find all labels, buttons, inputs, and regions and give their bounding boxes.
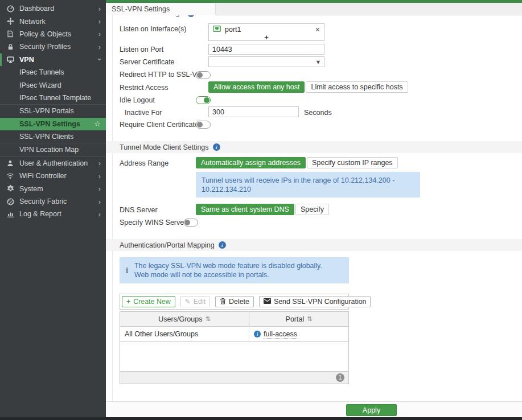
inactive-for-input[interactable] <box>208 106 299 117</box>
sidebar-item-security-fabric[interactable]: Security Fabric › <box>0 195 106 208</box>
redirect-http-label: Redirect HTTP to SSL-VPN <box>120 71 207 79</box>
sidebar-item-label: WiFi Controller <box>19 172 98 180</box>
info-icon[interactable]: i <box>254 331 261 337</box>
info-icon[interactable]: i <box>187 15 195 17</box>
gear-icon <box>6 185 15 192</box>
tab-sslvpn-settings[interactable]: SSL-VPN Settings <box>106 3 216 15</box>
sidebar-item-label: SSL-VPN Clients <box>19 133 73 141</box>
chevron-down-icon: ▾ <box>317 57 320 66</box>
edit-button[interactable]: ✎ Edit <box>180 296 210 307</box>
listen-port-input[interactable] <box>208 44 324 55</box>
sidebar-item-label: IPsec Wizard <box>19 81 61 89</box>
sidebar-item-dashboard[interactable]: Dashboard › <box>0 2 106 15</box>
wins-servers-label: Specify WINS Servers <box>120 219 190 227</box>
apply-button[interactable]: Apply <box>346 404 397 416</box>
sidebar-item-user-authentication[interactable]: User & Authentication › <box>0 157 106 170</box>
button-label: Edit <box>194 298 205 306</box>
chevron-right-icon: › <box>98 30 101 38</box>
content-left-border <box>112 15 113 401</box>
auto-assign-addresses-button[interactable]: Automatically assign addresses <box>196 157 306 168</box>
allow-any-host-button[interactable]: Allow access from any host <box>208 81 305 93</box>
restrict-access-label: Restrict Access <box>120 84 168 92</box>
sidebar-item-label: Log & Report <box>19 210 98 218</box>
sidebar-item-ipsec-wizard[interactable]: IPsec Wizard <box>0 79 106 91</box>
sidebar-item-sslvpn-settings[interactable]: SSL-VPN Settings ☆ <box>0 118 106 130</box>
idle-logout-label: Idle Logout <box>120 96 155 104</box>
chevron-right-icon: › <box>98 159 101 167</box>
remove-interface-icon[interactable]: × <box>315 26 320 34</box>
portal-mapping-toolbar: + Create New ✎ Edit Delete Send SSL-VPN … <box>120 294 349 310</box>
sidebar-item-log-report[interactable]: Log & Report › <box>0 208 106 220</box>
inactive-for-label: Inactive For <box>125 109 162 117</box>
sidebar-item-label: IPsec Tunnel Template <box>19 94 91 102</box>
fabric-sphere-icon <box>6 198 15 205</box>
redirect-http-toggle[interactable] <box>196 71 211 79</box>
add-interface-button[interactable]: + <box>209 34 324 41</box>
chevron-right-icon: › <box>98 43 101 51</box>
column-header-users-groups[interactable]: Users/Groups ⇅ <box>120 312 249 326</box>
limit-specific-hosts-button[interactable]: Limit access to specific hosts <box>306 81 408 93</box>
interface-list-box: port1 × + <box>208 23 324 41</box>
gauge-icon <box>6 5 15 13</box>
delete-button[interactable]: Delete <box>215 296 254 307</box>
sidebar-item-wifi-controller[interactable]: WiFi Controller › <box>0 170 106 182</box>
sidebar-item-ipsec-tunnels[interactable]: IPsec Tunnels <box>0 66 106 79</box>
section-title: Connection Settings <box>120 15 183 17</box>
chevron-right-icon: › <box>98 211 101 218</box>
custom-ip-ranges-button[interactable]: Specify custom IP ranges <box>307 157 398 168</box>
fortigate-app: Dashboard › Network › Policy & Objects ›… <box>0 0 522 420</box>
web-mode-notice: i The legacy SSL-VPN web mode feature is… <box>120 257 349 283</box>
sidebar-item-security-profiles[interactable]: Security Profiles › <box>0 40 106 53</box>
sidebar-item-sslvpn-portals[interactable]: SSL-VPN Portals <box>0 105 106 117</box>
ip-range-note: Tunnel users will receive IPs in the ran… <box>196 172 420 197</box>
lock-icon <box>6 43 15 51</box>
bar-chart-icon <box>6 211 15 217</box>
chevron-down-icon: › <box>96 59 103 61</box>
sidebar-item-network[interactable]: Network › <box>0 15 106 27</box>
bottom-edge-bar <box>0 417 522 420</box>
sidebar-item-sslvpn-clients[interactable]: SSL-VPN Clients <box>0 130 106 143</box>
sidebar-item-ipsec-tunnel-template[interactable]: IPsec Tunnel Template <box>0 92 106 104</box>
column-label: Portal <box>286 315 305 323</box>
same-as-client-dns-button[interactable]: Same as client system DNS <box>196 204 294 215</box>
interface-name: port1 <box>225 26 241 34</box>
wins-servers-toggle[interactable] <box>183 219 198 227</box>
listen-port-label: Listen on Port <box>120 46 163 53</box>
sidebar-item-system[interactable]: System › <box>0 182 106 195</box>
server-certificate-label: Server Certificate <box>120 58 175 66</box>
sort-icon: ⇅ <box>307 315 312 323</box>
require-client-cert-toggle[interactable] <box>196 121 211 129</box>
footer-bar: Apply <box>106 401 522 417</box>
column-header-portal[interactable]: Portal ⇅ <box>249 312 348 326</box>
specify-dns-button[interactable]: Specify <box>295 204 329 215</box>
create-new-button[interactable]: + Create New <box>122 296 175 307</box>
toggle-knob <box>184 220 190 225</box>
sidebar-item-vpn[interactable]: VPN › <box>0 53 106 66</box>
send-config-button[interactable]: Send SSL-VPN Configuration <box>259 296 371 307</box>
server-certificate-select[interactable]: ▾ <box>208 56 324 67</box>
idle-logout-toggle[interactable] <box>196 96 211 104</box>
network-arrows-icon <box>6 18 15 25</box>
table-row[interactable]: All Other Users/Groups i full-access <box>120 327 348 342</box>
sidebar-item-vpn-location-map[interactable]: VPN Location Map <box>0 143 106 156</box>
info-icon[interactable]: i <box>219 241 226 249</box>
notice-text: The legacy SSL-VPN web mode feature is d… <box>134 261 338 279</box>
document-icon <box>6 30 15 38</box>
chevron-right-icon: › <box>98 18 101 25</box>
sidebar-item-policy-objects[interactable]: Policy & Objects › <box>0 28 106 40</box>
monitor-icon <box>6 56 15 63</box>
section-tunnel-mode: Tunnel Mode Client Settings i <box>106 141 522 153</box>
sidebar-item-label: SSL-VPN Settings <box>19 120 80 128</box>
button-label: Send SSL-VPN Configuration <box>274 298 367 306</box>
address-range-label: Address Range <box>120 159 168 167</box>
info-icon[interactable]: i <box>213 143 220 151</box>
require-client-cert-label: Require Client Certificate <box>120 121 199 129</box>
chevron-right-icon: › <box>98 198 101 205</box>
chevron-right-icon: › <box>98 172 101 180</box>
favorite-star-icon[interactable]: ☆ <box>94 120 101 128</box>
sidebar-item-label: VPN Location Map <box>19 146 79 154</box>
portal-link[interactable]: full-access <box>264 330 297 339</box>
sidebar-item-label: Dashboard <box>19 5 98 13</box>
portal-mapping-table: Users/Groups ⇅ Portal ⇅ All Other Users/… <box>120 311 349 384</box>
sidebar-item-label: VPN <box>19 56 98 64</box>
